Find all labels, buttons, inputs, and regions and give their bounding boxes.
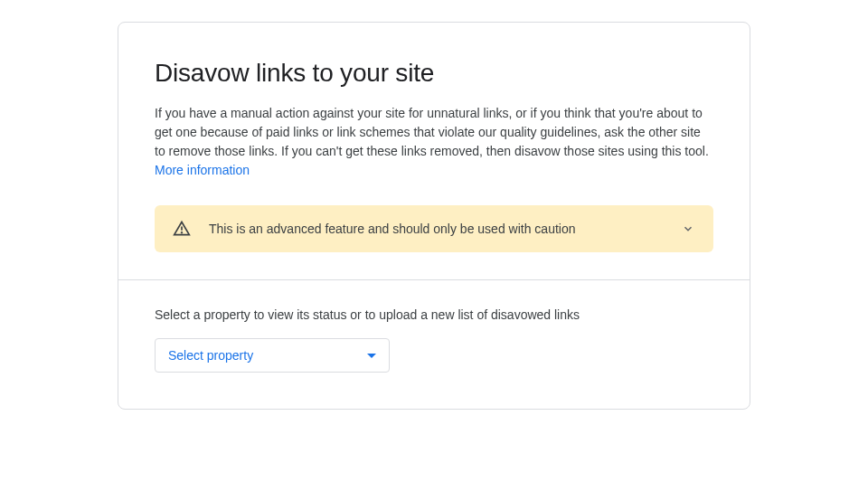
disavow-card: Disavow links to your site If you have a…: [118, 22, 750, 410]
description-body: If you have a manual action against your…: [155, 106, 709, 158]
more-info-link[interactable]: More information: [155, 163, 250, 177]
dropdown-caret-icon: [367, 354, 376, 358]
warning-triangle-icon: [173, 220, 191, 238]
property-select-placeholder: Select property: [168, 348, 253, 363]
warning-text: This is an advanced feature and should o…: [209, 222, 663, 236]
warning-banner[interactable]: This is an advanced feature and should o…: [155, 205, 713, 252]
card-bottom-section: Select a property to view its status or …: [118, 280, 750, 409]
select-instruction: Select a property to view its status or …: [155, 307, 713, 322]
description-text: If you have a manual action against your…: [155, 104, 713, 180]
property-select-dropdown[interactable]: Select property: [155, 338, 390, 373]
chevron-down-icon: [681, 222, 695, 236]
svg-point-1: [182, 232, 183, 233]
card-top-section: Disavow links to your site If you have a…: [118, 23, 750, 279]
page-title: Disavow links to your site: [155, 59, 713, 88]
